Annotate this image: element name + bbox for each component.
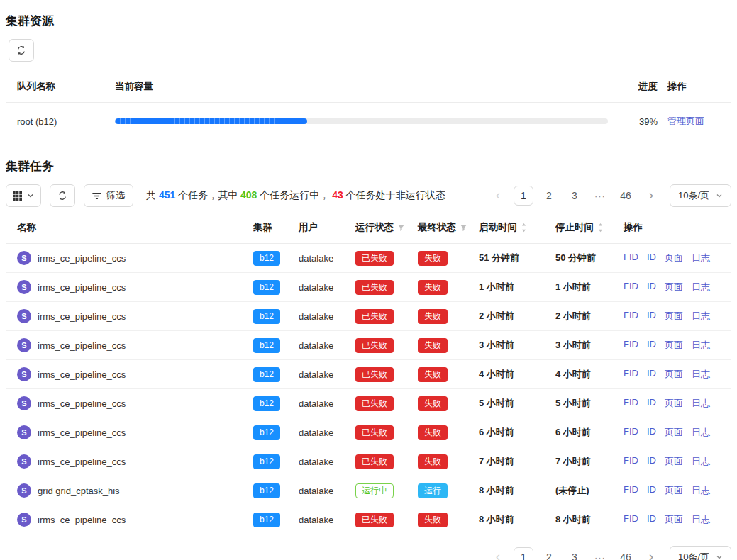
id-link[interactable]: ID bbox=[647, 281, 656, 293]
final-state-badge: 失败 bbox=[418, 425, 448, 440]
id-link[interactable]: ID bbox=[647, 426, 656, 439]
cluster-badge: b12 bbox=[253, 513, 280, 527]
page-link[interactable]: 页面 bbox=[665, 339, 683, 352]
log-link[interactable]: 日志 bbox=[692, 368, 710, 381]
table-row: root (b12) 39% 管理页面 bbox=[6, 103, 731, 140]
run-state-badge: 已失败 bbox=[355, 280, 394, 295]
id-link[interactable]: ID bbox=[647, 397, 656, 410]
task-name: irms_ce_pipeline_ccs bbox=[38, 311, 126, 322]
filter-funnel-icon[interactable] bbox=[397, 224, 405, 232]
chevron-down-icon bbox=[27, 192, 34, 199]
stop-time: 6 小时前 bbox=[555, 426, 624, 439]
task-user: datalake bbox=[299, 282, 355, 293]
task-user: datalake bbox=[299, 311, 355, 322]
task-user: datalake bbox=[299, 253, 355, 264]
pagination-ellipsis: ··· bbox=[590, 547, 610, 560]
page-link[interactable]: 页面 bbox=[665, 397, 683, 410]
log-link[interactable]: 日志 bbox=[692, 281, 710, 293]
cluster-badge: b12 bbox=[253, 251, 280, 266]
tasks-header-stop-time: 停止时间 bbox=[555, 221, 624, 234]
fid-link[interactable]: FID bbox=[624, 426, 638, 439]
log-link[interactable]: 日志 bbox=[692, 252, 710, 264]
pagination-page-1[interactable]: 1 bbox=[514, 547, 533, 560]
sorter-icon[interactable] bbox=[521, 223, 527, 233]
fid-link[interactable]: FID bbox=[624, 368, 638, 381]
task-name: irms_ce_pipeline_ccs bbox=[38, 427, 126, 438]
page-link[interactable]: 页面 bbox=[665, 281, 683, 293]
column-settings-button[interactable] bbox=[6, 184, 41, 207]
tasks-header-actions: 操作 bbox=[624, 221, 731, 234]
page-link[interactable]: 页面 bbox=[665, 310, 683, 323]
id-link[interactable]: ID bbox=[647, 368, 656, 381]
fid-link[interactable]: FID bbox=[624, 397, 638, 410]
stop-time: 7 小时前 bbox=[555, 455, 624, 468]
pagination-page-1[interactable]: 1 bbox=[514, 186, 533, 206]
task-user: datalake bbox=[299, 340, 355, 351]
cluster-badge: b12 bbox=[253, 309, 280, 324]
log-link[interactable]: 日志 bbox=[692, 339, 710, 352]
fid-link[interactable]: FID bbox=[624, 281, 638, 293]
log-link[interactable]: 日志 bbox=[692, 484, 710, 497]
final-state-badge: 失败 bbox=[418, 513, 448, 527]
stop-time: 50 分钟前 bbox=[555, 252, 624, 264]
start-time: 6 小时前 bbox=[479, 426, 555, 439]
pagination-page-2[interactable]: 2 bbox=[539, 186, 559, 206]
pagination-page-3[interactable]: 3 bbox=[565, 186, 584, 206]
page-link[interactable]: 页面 bbox=[665, 513, 683, 526]
page-link[interactable]: 页面 bbox=[665, 368, 683, 381]
run-state-badge: 已失败 bbox=[355, 454, 394, 469]
capacity-progress-bar bbox=[115, 118, 608, 124]
fid-link[interactable]: FID bbox=[624, 513, 638, 526]
page-link[interactable]: 页面 bbox=[665, 252, 683, 264]
task-name: irms_ce_pipeline_ccs bbox=[38, 398, 126, 409]
start-time: 1 小时前 bbox=[479, 281, 555, 293]
pagination-next-icon[interactable]: › bbox=[641, 186, 661, 206]
page-size-select[interactable]: 10条/页 bbox=[670, 546, 731, 560]
pagination-prev-icon[interactable]: ‹ bbox=[488, 186, 508, 206]
fid-link[interactable]: FID bbox=[624, 339, 638, 352]
id-link[interactable]: ID bbox=[647, 339, 656, 352]
page-link[interactable]: 页面 bbox=[665, 455, 683, 468]
fid-link[interactable]: FID bbox=[624, 252, 638, 264]
pagination-prev-icon[interactable]: ‹ bbox=[488, 547, 508, 560]
id-link[interactable]: ID bbox=[647, 455, 656, 468]
tasks-header-user: 用户 bbox=[299, 221, 355, 234]
id-link[interactable]: ID bbox=[647, 252, 656, 264]
run-state-badge: 已失败 bbox=[355, 338, 394, 353]
id-link[interactable]: ID bbox=[647, 484, 656, 497]
fid-link[interactable]: FID bbox=[624, 484, 638, 497]
sorter-icon[interactable] bbox=[597, 223, 604, 233]
page-size-select[interactable]: 10条/页 bbox=[670, 184, 731, 207]
log-link[interactable]: 日志 bbox=[692, 397, 710, 410]
pagination-page-46[interactable]: 46 bbox=[616, 186, 636, 206]
pagination-page-46[interactable]: 46 bbox=[616, 547, 636, 560]
page: 集群资源 队列名称 当前容量 进度 操作 bbox=[0, 0, 737, 560]
cluster-badge: b12 bbox=[253, 338, 280, 353]
log-link[interactable]: 日志 bbox=[692, 455, 710, 468]
log-link[interactable]: 日志 bbox=[692, 513, 710, 526]
id-link[interactable]: ID bbox=[647, 513, 656, 526]
pagination-page-3[interactable]: 3 bbox=[565, 547, 584, 560]
page-link[interactable]: 页面 bbox=[665, 484, 683, 497]
summary-text: 个任务运行中， bbox=[257, 189, 332, 201]
task-avatar: S bbox=[17, 513, 31, 527]
filter-funnel-icon[interactable] bbox=[460, 224, 467, 232]
page-link[interactable]: 页面 bbox=[665, 426, 683, 439]
log-link[interactable]: 日志 bbox=[692, 426, 710, 439]
filter-button[interactable]: 筛选 bbox=[84, 184, 133, 207]
pagination-page-2[interactable]: 2 bbox=[539, 547, 559, 560]
grid-icon bbox=[13, 191, 22, 201]
log-link[interactable]: 日志 bbox=[692, 310, 710, 323]
pagination-next-icon[interactable]: › bbox=[641, 547, 661, 560]
table-row: S grid grid_cptask_his b12 datalake 运行中 … bbox=[6, 476, 731, 505]
resources-table: 队列名称 当前容量 进度 操作 root (b12) 39% 管理页面 bbox=[6, 74, 731, 140]
task-user: datalake bbox=[299, 515, 355, 525]
manage-page-link[interactable]: 管理页面 bbox=[667, 116, 704, 126]
fid-link[interactable]: FID bbox=[624, 455, 638, 468]
task-name: irms_ce_pipeline_ccs bbox=[38, 369, 126, 380]
task-name: irms_ce_pipeline_ccs bbox=[38, 457, 126, 467]
id-link[interactable]: ID bbox=[647, 310, 656, 323]
resources-refresh-button[interactable] bbox=[9, 39, 34, 62]
fid-link[interactable]: FID bbox=[624, 310, 638, 323]
tasks-refresh-button[interactable] bbox=[50, 184, 75, 207]
